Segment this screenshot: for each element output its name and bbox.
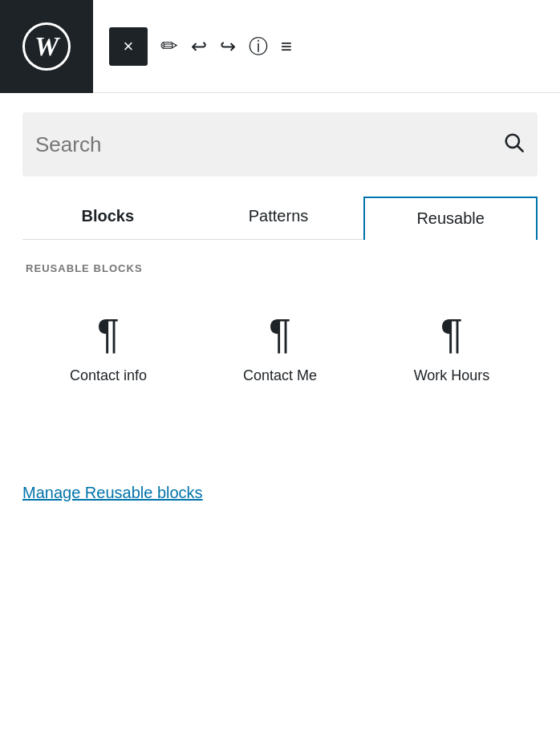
undo-icon[interactable]: ↩: [191, 35, 207, 58]
info-icon[interactable]: ⓘ: [249, 34, 268, 59]
block-label-contact-info: Contact info: [70, 367, 147, 384]
svg-line-1: [517, 146, 522, 151]
paragraph-icon-3: ¶: [440, 313, 463, 355]
block-item-contact-me[interactable]: ¶ Contact Me: [194, 300, 366, 397]
block-item-contact-info[interactable]: ¶ Contact info: [22, 300, 194, 397]
manage-reusable-blocks-link[interactable]: Manage Reusable blocks: [22, 477, 203, 509]
pen-icon[interactable]: ✏: [160, 34, 178, 59]
section-label: REUSABLE BLOCKS: [22, 262, 538, 274]
block-label-work-hours: Work Hours: [414, 367, 490, 384]
main-content: Blocks Patterns Reusable REUSABLE BLOCKS…: [0, 93, 560, 509]
tabs: Blocks Patterns Reusable: [22, 196, 538, 240]
tab-blocks[interactable]: Blocks: [22, 196, 193, 239]
close-icon: ×: [124, 36, 134, 57]
close-button[interactable]: ×: [109, 27, 148, 66]
wordpress-logo-icon: W: [22, 22, 71, 71]
toolbar-actions: × ✏ ↩ ↪ ⓘ ≡: [93, 27, 308, 66]
block-label-contact-me: Contact Me: [243, 367, 317, 384]
tab-patterns[interactable]: Patterns: [193, 196, 364, 239]
search-bar: [22, 112, 538, 176]
menu-icon[interactable]: ≡: [281, 35, 292, 58]
wp-logo: W: [0, 0, 93, 93]
toolbar: W × ✏ ↩ ↪ ⓘ ≡: [0, 0, 560, 93]
tab-reusable[interactable]: Reusable: [363, 197, 538, 240]
search-icon: [502, 131, 525, 159]
reusable-blocks-grid: ¶ Contact info ¶ Contact Me ¶ Work Hours: [22, 300, 538, 397]
block-item-work-hours[interactable]: ¶ Work Hours: [366, 300, 538, 397]
search-input[interactable]: [35, 132, 502, 157]
paragraph-icon-1: ¶: [97, 313, 120, 355]
redo-icon[interactable]: ↪: [220, 35, 236, 58]
paragraph-icon-2: ¶: [269, 313, 291, 355]
